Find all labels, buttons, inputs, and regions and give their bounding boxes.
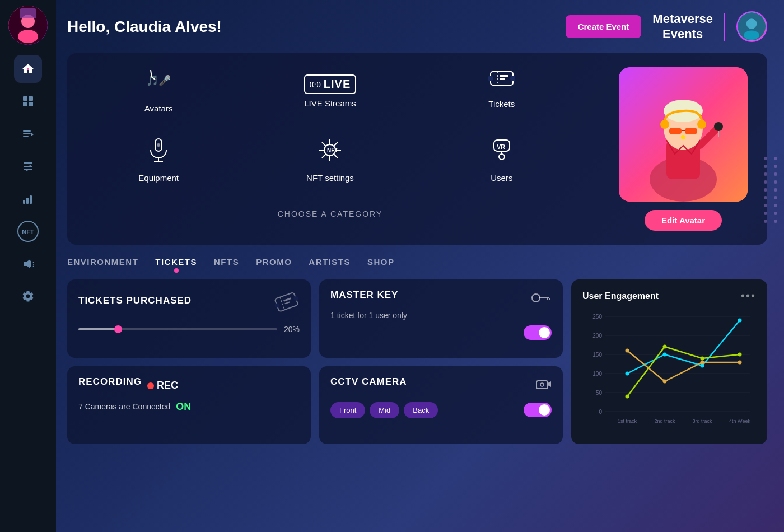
header: Hello, Claudia Alves! Create Event Metav… bbox=[67, 11, 767, 42]
nft-settings-label: NFT settings bbox=[306, 173, 354, 183]
svg-line-50 bbox=[334, 154, 338, 158]
svg-text:250: 250 bbox=[592, 314, 602, 320]
dots-decoration bbox=[764, 157, 780, 223]
top-panel: 🎵 🎤 Avatars ((·)) LIVE LIVE Streams bbox=[67, 53, 767, 245]
category-avatars[interactable]: 🎵 🎤 Avatars bbox=[81, 67, 236, 125]
svg-rect-9 bbox=[23, 130, 31, 132]
tickets-icon bbox=[488, 67, 515, 95]
master-key-toggle[interactable] bbox=[524, 325, 552, 340]
svg-point-104 bbox=[701, 357, 704, 361]
create-event-button[interactable]: Create Event bbox=[566, 15, 642, 38]
svg-rect-76 bbox=[283, 297, 291, 302]
slider-thumb bbox=[114, 325, 122, 333]
svg-text:VR: VR bbox=[497, 143, 505, 150]
svg-rect-110 bbox=[536, 381, 548, 389]
svg-point-4 bbox=[27, 68, 29, 70]
rec-dot-icon bbox=[147, 382, 154, 389]
svg-point-105 bbox=[738, 353, 742, 357]
dot bbox=[764, 180, 767, 184]
tickets-slider-row: 20% bbox=[78, 325, 300, 334]
cctv-mid-button[interactable]: Mid bbox=[370, 402, 399, 418]
sidebar-icon-analytics[interactable] bbox=[14, 185, 42, 213]
divider bbox=[724, 13, 725, 41]
nft-settings-icon: NFT bbox=[316, 137, 343, 169]
svg-rect-6 bbox=[29, 96, 33, 101]
svg-rect-63 bbox=[669, 128, 682, 134]
svg-text:0: 0 bbox=[599, 409, 602, 415]
slider-fill bbox=[78, 328, 118, 330]
more-options-button[interactable]: ••• bbox=[741, 290, 756, 302]
category-nft[interactable]: NFT NFT settings bbox=[253, 137, 407, 195]
equipment-label: Equipment bbox=[138, 173, 179, 183]
cctv-back-button[interactable]: Back bbox=[404, 402, 438, 418]
tickets-slider[interactable] bbox=[78, 328, 277, 330]
tab-shop[interactable]: SHOP bbox=[367, 257, 395, 269]
rec-label: REC bbox=[157, 380, 178, 391]
svg-rect-38 bbox=[500, 75, 508, 77]
svg-marker-12 bbox=[31, 133, 34, 136]
svg-text:4th Week: 4th Week bbox=[729, 418, 750, 424]
svg-rect-64 bbox=[685, 128, 697, 134]
cameras-row: 7 Cameras are Connected ON bbox=[78, 401, 300, 413]
tab-nfts[interactable]: NFTS bbox=[214, 257, 239, 269]
cctv-front-button[interactable]: Front bbox=[330, 402, 365, 418]
svg-line-52 bbox=[322, 154, 326, 158]
dot bbox=[774, 204, 777, 207]
tab-artists[interactable]: ARTISTS bbox=[309, 257, 351, 269]
category-equipment[interactable]: Equipment bbox=[81, 137, 236, 195]
svg-rect-21 bbox=[30, 195, 32, 204]
sidebar-icon-home[interactable] bbox=[14, 55, 42, 83]
svg-text:50: 50 bbox=[596, 390, 603, 396]
category-live-streams[interactable]: ((·)) LIVE LIVE Streams bbox=[253, 67, 407, 125]
recording-header: RECORDING REC bbox=[78, 376, 300, 395]
user-avatar[interactable] bbox=[736, 11, 767, 42]
category-tickets[interactable]: Tickets bbox=[424, 67, 579, 125]
tickets-purchased-header: TICKETS PURCHASED bbox=[78, 290, 300, 319]
svg-point-2 bbox=[18, 30, 38, 43]
equipment-icon bbox=[147, 137, 170, 169]
live-streams-label: LIVE Streams bbox=[304, 99, 356, 108]
edit-avatar-button[interactable]: Edit Avatar bbox=[645, 210, 722, 231]
tab-promo[interactable]: PROMO bbox=[256, 257, 292, 269]
cctv-toggle[interactable] bbox=[524, 403, 552, 417]
key-icon bbox=[531, 291, 552, 307]
avatar[interactable] bbox=[8, 6, 48, 45]
avatar-display bbox=[619, 67, 748, 202]
svg-point-66 bbox=[660, 120, 669, 129]
svg-line-75 bbox=[280, 297, 284, 310]
master-key-card: MASTER KEY 1 ticket for 1 user only bbox=[319, 279, 563, 358]
svg-text:🎤: 🎤 bbox=[158, 74, 171, 87]
svg-point-73 bbox=[274, 302, 279, 308]
svg-point-28 bbox=[746, 18, 757, 29]
svg-point-69 bbox=[714, 122, 723, 131]
svg-text:150: 150 bbox=[592, 352, 602, 358]
tab-tickets[interactable]: TICKETS bbox=[155, 257, 197, 269]
cctv-buttons-row: Front Mid Back bbox=[330, 402, 552, 418]
category-users[interactable]: VR Users bbox=[424, 137, 579, 195]
sidebar-icon-nft[interactable]: NFT bbox=[14, 217, 42, 245]
dot bbox=[774, 212, 777, 215]
svg-rect-5 bbox=[23, 96, 27, 101]
sidebar-icon-playlist[interactable] bbox=[14, 120, 42, 148]
svg-point-108 bbox=[701, 361, 704, 365]
svg-point-112 bbox=[540, 383, 544, 386]
camera-icon bbox=[536, 378, 552, 394]
svg-point-74 bbox=[293, 296, 298, 301]
svg-rect-8 bbox=[29, 102, 33, 106]
sidebar-icon-settings[interactable] bbox=[14, 282, 42, 310]
svg-rect-77 bbox=[284, 301, 290, 304]
sidebar-icon-filter[interactable] bbox=[14, 152, 42, 180]
svg-text:NFT: NFT bbox=[22, 228, 34, 235]
users-icon: VR bbox=[488, 137, 515, 169]
engagement-title: User Engagement bbox=[582, 291, 659, 301]
svg-rect-20 bbox=[26, 198, 29, 204]
sidebar-icon-megaphone[interactable] bbox=[14, 250, 42, 278]
sidebar-icon-grid[interactable] bbox=[14, 87, 42, 115]
dot bbox=[774, 220, 777, 223]
tab-environment[interactable]: ENVIRONMENT bbox=[67, 257, 138, 269]
svg-text:100: 100 bbox=[592, 371, 602, 377]
dot bbox=[764, 165, 767, 168]
dot bbox=[774, 165, 777, 168]
bottom-grid: TICKETS PURCHASED 20 bbox=[67, 279, 767, 444]
cameras-label: 7 Cameras are Connected bbox=[78, 402, 170, 411]
